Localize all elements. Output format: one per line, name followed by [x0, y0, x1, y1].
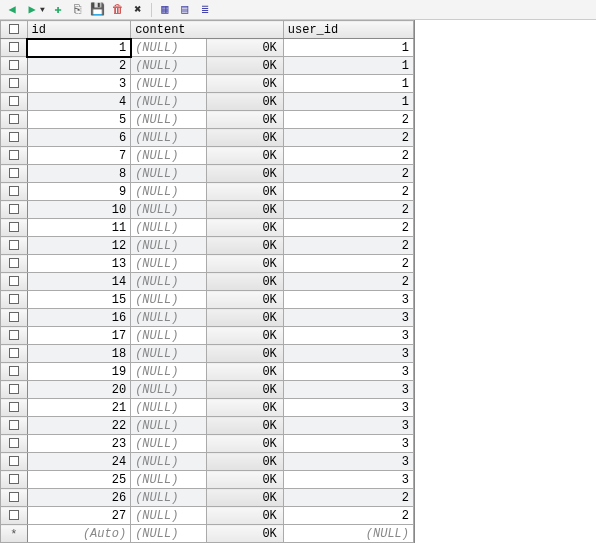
checkbox-icon[interactable]	[9, 240, 19, 250]
cell-user-id[interactable]: 2	[283, 489, 413, 507]
cell-content[interactable]: (NULL)	[131, 129, 207, 147]
checkbox-icon[interactable]	[9, 42, 19, 52]
cell-content[interactable]: (NULL)	[131, 381, 207, 399]
checkbox-icon[interactable]	[9, 258, 19, 268]
cell-content[interactable]: (NULL)	[131, 219, 207, 237]
cell-id[interactable]: 20	[27, 381, 131, 399]
cell-size-button[interactable]: 0K	[207, 219, 283, 237]
cell-size-button[interactable]: 0K	[207, 75, 283, 93]
table-row[interactable]: 18(NULL)0K3	[1, 345, 414, 363]
cell-id[interactable]: 3	[27, 75, 131, 93]
cell-user-id[interactable]: 3	[283, 291, 413, 309]
cell-id[interactable]: 18	[27, 345, 131, 363]
table-row[interactable]: 26(NULL)0K2	[1, 489, 414, 507]
row-selector[interactable]	[1, 345, 28, 363]
cell-size-button[interactable]: 0K	[207, 147, 283, 165]
row-selector[interactable]	[1, 363, 28, 381]
cell-size-button[interactable]: 0K	[207, 453, 283, 471]
cell-content[interactable]: (NULL)	[131, 291, 207, 309]
table-row[interactable]: 17(NULL)0K3	[1, 327, 414, 345]
checkbox-icon[interactable]	[9, 186, 19, 196]
cell-size-button[interactable]: 0K	[207, 57, 283, 75]
delete-icon[interactable]: 🗑	[109, 1, 127, 18]
cell-id[interactable]: 27	[27, 507, 131, 525]
cell-size-button[interactable]: 0K	[207, 363, 283, 381]
cell-user-id[interactable]: 3	[283, 363, 413, 381]
checkbox-icon[interactable]	[9, 510, 19, 520]
cell-content[interactable]: (NULL)	[131, 39, 207, 57]
cell-id[interactable]: 4	[27, 93, 131, 111]
cell-content[interactable]: (NULL)	[131, 327, 207, 345]
cell-size-button[interactable]: 0K	[207, 255, 283, 273]
checkbox-icon[interactable]	[9, 384, 19, 394]
cell-size-button[interactable]: 0K	[207, 165, 283, 183]
checkbox-icon[interactable]	[9, 420, 19, 430]
checkbox-icon[interactable]	[9, 348, 19, 358]
row-selector[interactable]	[1, 471, 28, 489]
cell-content[interactable]: (NULL)	[131, 201, 207, 219]
checkbox-icon[interactable]	[9, 474, 19, 484]
checkbox-icon[interactable]	[9, 330, 19, 340]
row-selector[interactable]	[1, 183, 28, 201]
row-selector[interactable]	[1, 165, 28, 183]
table-row-new[interactable]: *(Auto)(NULL)0K(NULL)	[1, 525, 414, 543]
row-selector[interactable]	[1, 147, 28, 165]
checkbox-icon[interactable]	[9, 492, 19, 502]
checkbox-icon[interactable]	[9, 312, 19, 322]
cell-id[interactable]: 15	[27, 291, 131, 309]
table-row[interactable]: 12(NULL)0K2	[1, 237, 414, 255]
cell-size-button[interactable]: 0K	[207, 471, 283, 489]
row-selector[interactable]	[1, 291, 28, 309]
row-selector[interactable]	[1, 219, 28, 237]
cell-id-auto[interactable]: (Auto)	[27, 525, 131, 543]
cell-user-id[interactable]: 2	[283, 201, 413, 219]
cell-id[interactable]: 6	[27, 129, 131, 147]
cell-id[interactable]: 22	[27, 417, 131, 435]
cell-user-id[interactable]: (NULL)	[283, 525, 413, 543]
table-row[interactable]: 5(NULL)0K2	[1, 111, 414, 129]
cell-content[interactable]: (NULL)	[131, 525, 207, 543]
copy-row-icon[interactable]: ⎘	[69, 1, 87, 18]
cell-content[interactable]: (NULL)	[131, 399, 207, 417]
cell-id[interactable]: 1	[27, 39, 131, 57]
cell-id[interactable]: 17	[27, 327, 131, 345]
cell-user-id[interactable]: 2	[283, 237, 413, 255]
grid-view-icon[interactable]: ▦	[156, 1, 174, 18]
cell-id[interactable]: 23	[27, 435, 131, 453]
table-row[interactable]: 16(NULL)0K3	[1, 309, 414, 327]
cell-id[interactable]: 26	[27, 489, 131, 507]
cancel-icon[interactable]: ✖	[129, 1, 147, 18]
checkbox-icon[interactable]	[9, 150, 19, 160]
cell-id[interactable]: 9	[27, 183, 131, 201]
checkbox-icon[interactable]	[9, 366, 19, 376]
row-selector[interactable]	[1, 255, 28, 273]
cell-size-button[interactable]: 0K	[207, 237, 283, 255]
checkbox-icon[interactable]	[9, 438, 19, 448]
cell-content[interactable]: (NULL)	[131, 363, 207, 381]
cell-content[interactable]: (NULL)	[131, 111, 207, 129]
cell-user-id[interactable]: 2	[283, 507, 413, 525]
table-row[interactable]: 20(NULL)0K3	[1, 381, 414, 399]
cell-content[interactable]: (NULL)	[131, 93, 207, 111]
cell-user-id[interactable]: 2	[283, 219, 413, 237]
checkbox-icon[interactable]	[9, 204, 19, 214]
cell-id[interactable]: 11	[27, 219, 131, 237]
row-selector[interactable]	[1, 93, 28, 111]
text-view-icon[interactable]: ≣	[196, 1, 214, 18]
cell-content[interactable]: (NULL)	[131, 345, 207, 363]
checkbox-icon[interactable]	[9, 294, 19, 304]
cell-user-id[interactable]: 2	[283, 111, 413, 129]
cell-content[interactable]: (NULL)	[131, 57, 207, 75]
cell-user-id[interactable]: 1	[283, 57, 413, 75]
cell-size-button[interactable]: 0K	[207, 507, 283, 525]
row-selector[interactable]	[1, 57, 28, 75]
cell-content[interactable]: (NULL)	[131, 183, 207, 201]
checkbox-icon[interactable]	[9, 402, 19, 412]
table-row[interactable]: 25(NULL)0K3	[1, 471, 414, 489]
row-selector-new[interactable]: *	[1, 525, 28, 543]
checkbox-icon[interactable]	[9, 24, 19, 34]
checkbox-icon[interactable]	[9, 96, 19, 106]
cell-content[interactable]: (NULL)	[131, 507, 207, 525]
cell-size-button[interactable]: 0K	[207, 183, 283, 201]
cell-id[interactable]: 8	[27, 165, 131, 183]
